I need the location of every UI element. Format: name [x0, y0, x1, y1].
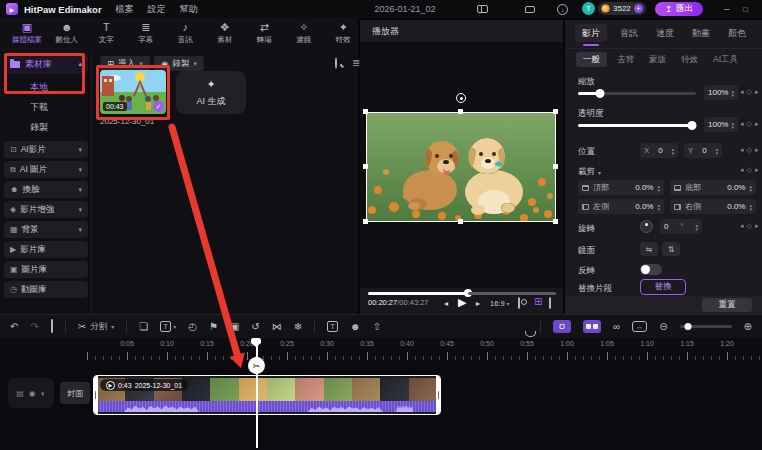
text-tool-button[interactable]: T▾ [160, 321, 176, 332]
prev-frame-button[interactable]: ◂ [444, 299, 448, 308]
stepper-icon[interactable]: ▴▾ [731, 89, 734, 97]
position-y-box[interactable]: Y 0 ▴▾ [684, 143, 722, 158]
stepper-icon[interactable]: ▴▾ [657, 184, 660, 192]
subtab-effects[interactable]: 特效 [681, 52, 698, 67]
nav-tab-media[interactable]: ▣媒體檔案 [12, 21, 42, 45]
rotate-handle[interactable] [456, 93, 466, 103]
opacity-value-box[interactable]: 100% ▴▾ [704, 117, 738, 132]
clip-trim-handle-right[interactable] [436, 375, 441, 415]
tab-speed[interactable]: 速度 [649, 24, 681, 42]
sidebar-group-background[interactable]: ▦背景▾ [4, 221, 88, 238]
replace-button[interactable]: 替換 [640, 279, 686, 295]
nav-tab-stickers[interactable]: ❖素材 [210, 21, 240, 45]
sidebar-item-downloads[interactable]: 下載 [0, 98, 92, 116]
zoom-in-icon[interactable]: ⊕ [744, 321, 752, 332]
expand-caret-icon[interactable]: ▾ [78, 206, 82, 214]
stepper-icon[interactable]: ▴▾ [749, 203, 752, 211]
download-icon[interactable]: ↓ [557, 4, 568, 15]
expand-caret-icon[interactable]: ▾ [78, 186, 82, 194]
cover-button[interactable]: 封面 [60, 382, 90, 404]
user-avatar[interactable]: T [582, 2, 595, 15]
tab-animation[interactable]: 動畫 [685, 24, 717, 42]
freeze-frame-icon[interactable]: ❄ [294, 321, 302, 332]
minimize-button[interactable]: ─ [724, 5, 730, 14]
scale-value-box[interactable]: 100% ▴▾ [704, 85, 738, 100]
record-button[interactable]: ◉ 錄製 ▾ [154, 56, 204, 71]
crop-right-field[interactable]: 右側 0.0% ▴▾ [670, 199, 756, 214]
text-frame-icon[interactable]: T [327, 321, 338, 332]
sidebar-group-ai-image[interactable]: ⧉AI 圖片▾ [4, 161, 88, 178]
delete-icon[interactable] [51, 321, 53, 332]
opacity-keyframe-controls[interactable]: ◂◇▸ [740, 120, 758, 128]
feedback-icon[interactable] [525, 6, 535, 13]
rotate-value-box[interactable]: 0 ° ▴▾ [660, 219, 702, 234]
transform-handle-e[interactable] [553, 164, 558, 169]
track-visibility-icon[interactable]: ◉ [29, 389, 36, 398]
sidebar-group-video-enhance[interactable]: ◈影片增強▾ [4, 201, 88, 218]
expand-caret-icon[interactable]: ▾ [78, 166, 82, 174]
clip-trim-handle-left[interactable] [93, 375, 98, 415]
nav-tab-transitions[interactable]: ⇄轉場 [250, 21, 280, 45]
subtab-ai-tools[interactable]: AI工具 [713, 52, 738, 67]
stepper-icon[interactable]: ▴▾ [695, 223, 698, 231]
zoom-out-icon[interactable]: ⊖ [659, 321, 667, 332]
sidebar-group-image-library[interactable]: ▣圖片庫 [4, 261, 88, 278]
position-x-box[interactable]: X 0 ▴▾ [640, 143, 678, 158]
ai-generate-button[interactable]: ✦ AI 生成 [176, 71, 246, 114]
face-tool-icon[interactable]: ☻ [350, 321, 361, 332]
transform-handle-n[interactable] [458, 109, 463, 114]
snapshot-icon[interactable] [518, 298, 520, 308]
menu-settings[interactable]: 設定 [148, 3, 166, 16]
magnet-snap-icon[interactable]: Ω [553, 320, 571, 333]
stepper-icon[interactable]: ▴▾ [731, 121, 734, 129]
nav-tab-filters[interactable]: ✧濾鏡 [289, 21, 319, 45]
media-clip-thumbnail[interactable]: 00:43 ✓ [100, 70, 166, 114]
stepper-icon[interactable]: ▴▾ [715, 147, 718, 155]
tab-color[interactable]: 顏色 [721, 24, 753, 42]
seek-slider[interactable] [368, 292, 556, 295]
maximize-button[interactable]: □ [743, 5, 748, 14]
sidebar-group-video-library[interactable]: ▶影片庫 [4, 241, 88, 258]
transform-handle-sw[interactable] [363, 219, 368, 224]
transform-handle-se[interactable] [553, 219, 558, 224]
search-icon[interactable] [335, 58, 337, 68]
tab-video[interactable]: 影片 [575, 24, 607, 42]
collapse-caret-icon[interactable]: ▴ [78, 60, 82, 68]
link-clips-icon[interactable]: ∞ [613, 321, 620, 332]
flip-vertical-button[interactable]: ⇅ [662, 242, 680, 256]
scale-keyframe-controls[interactable]: ◂◇▸ [740, 88, 758, 96]
menu-help[interactable]: 幫助 [180, 3, 198, 16]
expand-caret-icon[interactable]: ▾ [78, 146, 82, 154]
split-button[interactable]: ✂ 分割 ▾ [78, 321, 114, 333]
transform-selection-box[interactable] [366, 112, 556, 222]
export-clip-icon[interactable]: ⇧ [373, 321, 381, 332]
undo-icon[interactable]: ↶ [10, 321, 18, 332]
crop-keyframe-controls[interactable]: ◂◇▸ [740, 166, 758, 174]
track-mute-icon[interactable]: ◐ [41, 389, 46, 398]
sidebar-group-gif-library[interactable]: ◷動圖庫 [4, 281, 88, 298]
stepper-icon[interactable]: ▴▾ [671, 147, 674, 155]
timeline-video-clip[interactable]: ▶ 0:43 2025-12-30_01 [93, 375, 441, 415]
nav-tab-audio[interactable]: ♪音訊 [171, 21, 201, 45]
nav-tab-text[interactable]: T文字 [92, 21, 122, 45]
timeline-ruler[interactable]: 0:05 0:10 0:15 0:20 0:25 0:30 0:35 0:40 … [0, 338, 762, 360]
sidebar-item-local[interactable]: 本地 [0, 78, 92, 96]
mask-tool-icon[interactable]: ❏ [139, 321, 148, 332]
transform-handle-ne[interactable] [553, 109, 558, 114]
transform-handle-w[interactable] [363, 164, 368, 169]
import-button[interactable]: ⊞ 導入 ▾ [100, 56, 150, 71]
subtab-general[interactable]: 一般 [576, 52, 607, 67]
rotate-dial[interactable] [640, 220, 653, 233]
rotate-keyframe-controls[interactable]: ◂◇▸ [740, 222, 758, 230]
flip-horizontal-button[interactable]: ⇋ [640, 242, 658, 256]
sidebar-group-ai-video[interactable]: ⊡AI影片▾ [4, 141, 88, 158]
credits-pill[interactable]: 3522 + [598, 2, 646, 15]
nav-tab-effects[interactable]: ✦特效 [329, 21, 359, 45]
crop-left-field[interactable]: 左側 0.0% ▴▾ [578, 199, 664, 214]
subtab-mask[interactable]: 蒙版 [649, 52, 666, 67]
reverse-toggle[interactable] [640, 264, 662, 275]
play-button[interactable]: ▶ [458, 296, 466, 309]
timeline-zoom-knob[interactable] [684, 323, 691, 330]
export-button[interactable]: ↥ 匯出 [655, 2, 703, 16]
position-keyframe-controls[interactable]: ◂◇▸ [740, 146, 758, 154]
